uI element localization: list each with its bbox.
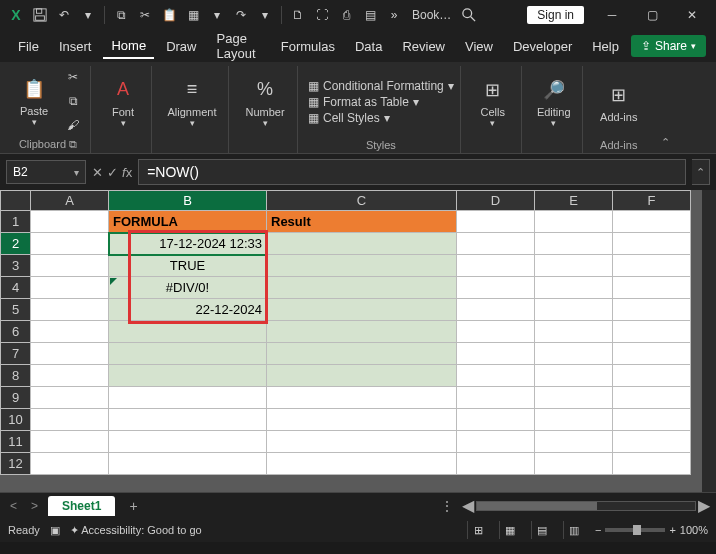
cell-a5[interactable] [31, 299, 109, 321]
cell-a1[interactable] [31, 211, 109, 233]
tab-data[interactable]: Data [347, 35, 390, 58]
spreadsheet-grid[interactable]: A B C D E F 1 FORMULA Result 2 17-12-202… [0, 190, 691, 475]
cell-b3[interactable]: TRUE [109, 255, 267, 277]
name-box[interactable]: B2 ▾ [6, 160, 86, 184]
font-button[interactable]: A Font ▾ [101, 76, 145, 128]
new-file-icon[interactable]: 🗋 [288, 5, 308, 25]
row-header-7[interactable]: 7 [1, 343, 31, 365]
cell-f3[interactable] [613, 255, 691, 277]
scroll-right-icon[interactable]: ▶ [698, 496, 710, 515]
cell-a11[interactable] [31, 431, 109, 453]
cell-a6[interactable] [31, 321, 109, 343]
minimize-button[interactable]: ─ [592, 0, 632, 30]
cell-f2[interactable] [613, 233, 691, 255]
sheet-menu-icon[interactable]: ⋮ [440, 498, 454, 514]
cell-d3[interactable] [457, 255, 535, 277]
cell-d7[interactable] [457, 343, 535, 365]
cancel-formula-icon[interactable]: ✕ [92, 165, 103, 180]
cell-e1[interactable] [535, 211, 613, 233]
share-button[interactable]: ⇪ Share ▾ [631, 35, 706, 57]
cell-d5[interactable] [457, 299, 535, 321]
cell-f6[interactable] [613, 321, 691, 343]
row-header-12[interactable]: 12 [1, 453, 31, 475]
tab-insert[interactable]: Insert [51, 35, 100, 58]
sheet-tab-active[interactable]: Sheet1 [48, 496, 115, 516]
undo-icon[interactable]: ↶ [54, 5, 74, 25]
cell-a2[interactable] [31, 233, 109, 255]
cell-b8[interactable] [109, 365, 267, 387]
cell-b6[interactable] [109, 321, 267, 343]
cell-e11[interactable] [535, 431, 613, 453]
row-header-3[interactable]: 3 [1, 255, 31, 277]
cell-d1[interactable] [457, 211, 535, 233]
number-button[interactable]: % Number ▾ [239, 76, 291, 128]
cell-b9[interactable] [109, 387, 267, 409]
qat-dropdown-icon[interactable]: ▾ [255, 5, 275, 25]
cell-b4[interactable]: #DIV/0! [109, 277, 267, 299]
select-all-corner[interactable] [1, 191, 31, 211]
tab-file[interactable]: File [10, 35, 47, 58]
cell-d9[interactable] [457, 387, 535, 409]
col-header-f[interactable]: F [613, 191, 691, 211]
save-icon[interactable] [30, 5, 50, 25]
cell-c1[interactable]: Result [267, 211, 457, 233]
normal-view-icon[interactable]: ▦ [499, 521, 521, 539]
cell-a12[interactable] [31, 453, 109, 475]
open-folder-icon[interactable]: ⛶ [312, 5, 332, 25]
paste-button[interactable]: 📋 Paste ▾ [12, 75, 56, 127]
cell-c12[interactable] [267, 453, 457, 475]
cell-b2[interactable]: 17-12-2024 12:33 [109, 233, 267, 255]
qat-overflow-icon[interactable]: » [384, 5, 404, 25]
horizontal-scrollbar[interactable] [476, 501, 696, 511]
cell-e12[interactable] [535, 453, 613, 475]
ribbon-collapse-button[interactable]: ⌃ [655, 66, 677, 153]
cell-styles-button[interactable]: ▦ Cell Styles ▾ [308, 111, 454, 125]
cell-e8[interactable] [535, 365, 613, 387]
cell-c9[interactable] [267, 387, 457, 409]
cell-f12[interactable] [613, 453, 691, 475]
zoom-in-icon[interactable]: + [669, 524, 675, 536]
cell-c4[interactable] [267, 277, 457, 299]
cell-d12[interactable] [457, 453, 535, 475]
display-settings-icon[interactable]: ⊞ [467, 521, 489, 539]
tab-formulas[interactable]: Formulas [273, 35, 343, 58]
page-break-view-icon[interactable]: ▥ [563, 521, 585, 539]
cell-e6[interactable] [535, 321, 613, 343]
accessibility-status[interactable]: ✦ Accessibility: Good to go [70, 524, 202, 537]
cell-d8[interactable] [457, 365, 535, 387]
zoom-value[interactable]: 100% [680, 524, 708, 536]
cell-a7[interactable] [31, 343, 109, 365]
cell-b12[interactable] [109, 453, 267, 475]
cell-a9[interactable] [31, 387, 109, 409]
close-button[interactable]: ✕ [672, 0, 712, 30]
cell-d4[interactable] [457, 277, 535, 299]
maximize-button[interactable]: ▢ [632, 0, 672, 30]
cell-c2[interactable] [267, 233, 457, 255]
row-header-10[interactable]: 10 [1, 409, 31, 431]
row-header-1[interactable]: 1 [1, 211, 31, 233]
cell-b11[interactable] [109, 431, 267, 453]
cell-e4[interactable] [535, 277, 613, 299]
cell-c6[interactable] [267, 321, 457, 343]
formula-input[interactable]: =NOW() [138, 159, 686, 185]
cell-a8[interactable] [31, 365, 109, 387]
cell-f9[interactable] [613, 387, 691, 409]
redo-icon[interactable]: ↷ [231, 5, 251, 25]
row-header-6[interactable]: 6 [1, 321, 31, 343]
cell-c8[interactable] [267, 365, 457, 387]
format-as-table-button[interactable]: ▦ Format as Table ▾ [308, 95, 454, 109]
macro-record-icon[interactable]: ▣ [50, 524, 60, 537]
col-header-d[interactable]: D [457, 191, 535, 211]
cell-c3[interactable] [267, 255, 457, 277]
cell-f10[interactable] [613, 409, 691, 431]
copy-button[interactable]: ⧉ [62, 90, 84, 112]
tab-draw[interactable]: Draw [158, 35, 204, 58]
tab-page-layout[interactable]: Page Layout [209, 27, 269, 65]
cell-e5[interactable] [535, 299, 613, 321]
tab-review[interactable]: Review [394, 35, 453, 58]
conditional-formatting-button[interactable]: ▦ Conditional Formatting ▾ [308, 79, 454, 93]
format-painter-button[interactable]: 🖌 [62, 114, 84, 136]
col-header-c[interactable]: C [267, 191, 457, 211]
cut-button[interactable]: ✂ [62, 66, 84, 88]
cell-c5[interactable] [267, 299, 457, 321]
